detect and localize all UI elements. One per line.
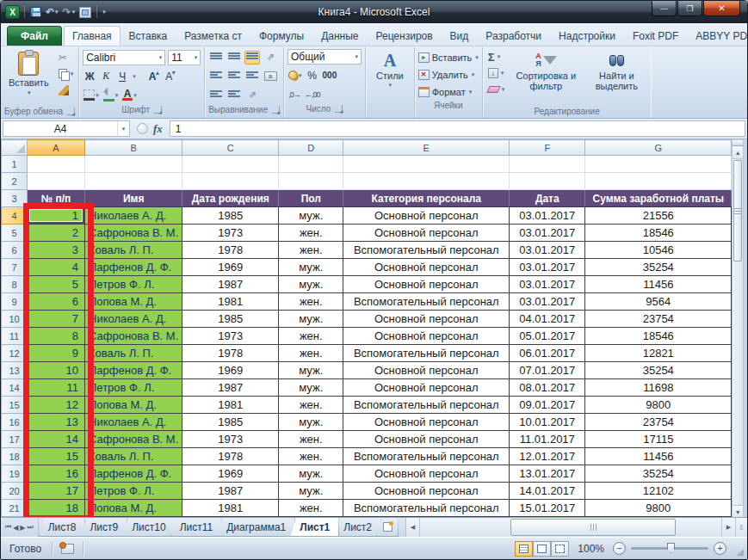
empty-cell[interactable]	[182, 156, 279, 173]
zoom-slider-thumb[interactable]	[667, 543, 675, 553]
font-size-combo[interactable]: 11▾	[168, 50, 201, 65]
vertical-scrollbar[interactable]: ▲ ▼	[732, 139, 744, 517]
align-top-button[interactable]	[208, 51, 224, 65]
ribbon-tab[interactable]: ABBYY PDF T	[687, 26, 748, 46]
data-cell[interactable]: муж.	[279, 276, 343, 293]
percent-style-button[interactable]: %	[306, 69, 319, 83]
data-cell[interactable]: 11	[28, 379, 85, 397]
data-cell[interactable]: 8	[28, 328, 85, 345]
row-header-5[interactable]: 5	[2, 225, 28, 242]
vertical-scroll-thumb[interactable]	[733, 160, 742, 262]
empty-cell[interactable]	[510, 156, 585, 173]
data-cell[interactable]: 21556	[585, 207, 732, 225]
dialog-launcher-icon[interactable]	[272, 106, 280, 114]
data-cell[interactable]: Основной персонал	[343, 362, 510, 379]
styles-button[interactable]: А Стили ▾	[369, 49, 411, 90]
data-cell[interactable]: Петров Ф. Л.	[85, 379, 182, 397]
clear-button[interactable]: ▾	[486, 83, 507, 96]
format-painter-button[interactable]	[57, 83, 76, 97]
data-cell[interactable]: жен.	[279, 345, 343, 362]
vertical-scroll-track[interactable]	[733, 262, 743, 505]
data-cell[interactable]: 7	[28, 311, 85, 328]
data-cell[interactable]: Вспомогательный персонал	[343, 397, 510, 414]
minimize-button[interactable]: —	[652, 1, 677, 16]
data-cell[interactable]: Вспомогательный персонал	[343, 448, 510, 465]
ribbon-tab[interactable]: Формулы	[250, 26, 312, 46]
data-cell[interactable]: 9564	[585, 293, 732, 311]
row-header-11[interactable]: 11	[2, 328, 28, 345]
row-header-13[interactable]: 13	[2, 362, 28, 379]
data-cell[interactable]: 09.01.2017	[510, 397, 585, 414]
ribbon-tab[interactable]: Главная	[64, 26, 121, 46]
increase-indent-button[interactable]	[226, 89, 242, 102]
data-cell[interactable]: 23754	[585, 311, 732, 328]
data-cell[interactable]: Вспомогательный персонал	[343, 293, 510, 311]
borders-button[interactable]: ▾	[83, 89, 100, 102]
redo-button[interactable]: ↷▾	[62, 4, 77, 20]
align-middle-button[interactable]	[226, 51, 242, 65]
column-header-E[interactable]: E	[343, 140, 510, 156]
ribbon-tab[interactable]: Вид	[442, 26, 478, 46]
data-cell[interactable]: 13.01.2017	[510, 465, 585, 483]
data-cell[interactable]: Николаев А. Д.	[85, 207, 182, 225]
row-header-7[interactable]: 7	[2, 259, 28, 276]
column-header-D[interactable]: D	[279, 140, 343, 156]
fill-button[interactable]: ↓▾	[486, 66, 507, 80]
data-cell[interactable]: муж.	[279, 259, 343, 276]
empty-cell[interactable]	[343, 156, 510, 173]
zoom-in-button[interactable]: +	[714, 542, 726, 555]
data-cell[interactable]: муж.	[279, 362, 343, 379]
row-header-1[interactable]: 1	[2, 156, 28, 173]
data-cell[interactable]: Петров Ф. Л.	[85, 276, 182, 293]
row-header-6[interactable]: 6	[2, 242, 28, 259]
data-cell[interactable]: 03.01.2017	[510, 276, 585, 293]
next-sheet-icon[interactable]: ▶	[20, 524, 25, 532]
table-header-cell[interactable]: Пол	[279, 190, 343, 207]
align-left-button[interactable]	[208, 70, 224, 83]
data-cell[interactable]: 06.01.2017	[510, 345, 585, 362]
table-header-cell[interactable]: Дата рождения	[182, 190, 279, 207]
font-name-combo[interactable]: Calibri▾	[83, 50, 165, 65]
data-cell[interactable]: 1978	[182, 242, 279, 259]
align-bottom-button[interactable]	[244, 51, 260, 65]
table-header-cell[interactable]: Дата	[510, 190, 585, 207]
fill-color-button[interactable]: ▾	[102, 89, 120, 102]
align-center-button[interactable]	[226, 70, 242, 83]
data-cell[interactable]: 5	[28, 276, 85, 293]
scroll-right-icon[interactable]: ▶	[721, 518, 735, 537]
data-cell[interactable]: Основной персонал	[343, 276, 510, 293]
data-cell[interactable]: муж.	[279, 207, 343, 225]
dialog-launcher-icon[interactable]	[154, 106, 162, 114]
maximize-button[interactable]: ❐	[677, 1, 702, 16]
italic-button[interactable]: К	[99, 70, 113, 83]
data-cell[interactable]: Основной персонал	[343, 465, 510, 483]
data-cell[interactable]: жен.	[279, 448, 343, 465]
data-cell[interactable]: 23754	[585, 414, 732, 431]
data-cell[interactable]: 11.01.2017	[510, 431, 585, 448]
data-cell[interactable]: Основной персонал	[343, 328, 510, 345]
formula-input[interactable]: 1	[170, 120, 745, 137]
zoom-slider[interactable]	[631, 547, 708, 550]
prev-sheet-icon[interactable]: ◀	[13, 524, 18, 532]
data-cell[interactable]: 1978	[182, 448, 279, 465]
column-header-G[interactable]: G	[585, 140, 732, 156]
table-header-cell[interactable]: Категория персонала	[343, 190, 510, 207]
bold-button[interactable]: Ж	[83, 70, 96, 83]
data-cell[interactable]: 10546	[585, 242, 732, 259]
insert-cells-button[interactable]: Вставить▾	[418, 50, 479, 65]
cut-button[interactable]: ✂	[57, 51, 76, 65]
scroll-left-icon[interactable]: ◀	[406, 518, 420, 537]
split-handle[interactable]	[733, 140, 743, 146]
data-cell[interactable]: Сафронова В. М.	[85, 225, 182, 242]
file-tab[interactable]: Файл	[7, 26, 62, 46]
save-button[interactable]	[29, 4, 42, 20]
data-cell[interactable]: 1969	[182, 362, 279, 379]
cancel-entry-icon[interactable]	[137, 123, 148, 134]
data-cell[interactable]: жен.	[279, 225, 343, 242]
scroll-up-icon[interactable]: ▲	[733, 146, 743, 159]
tab-split-handle[interactable]: ▯	[735, 518, 747, 537]
data-cell[interactable]: 12	[28, 397, 85, 414]
column-header-B[interactable]: B	[85, 140, 182, 156]
data-cell[interactable]: жен.	[279, 500, 343, 517]
data-cell[interactable]: жен.	[279, 328, 343, 345]
